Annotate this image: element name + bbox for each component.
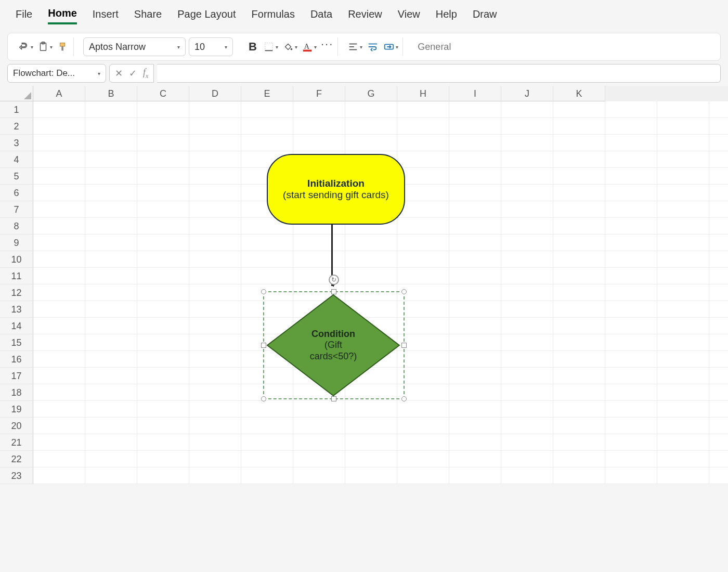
col-header[interactable]: A — [33, 86, 85, 101]
fx-icon[interactable]: fx — [143, 67, 148, 80]
col-header[interactable]: K — [553, 86, 605, 101]
col-header[interactable]: D — [189, 86, 241, 101]
undo-button[interactable]: ▾ — [18, 40, 33, 54]
row-header[interactable]: 3 — [0, 135, 33, 151]
row-header[interactable]: 18 — [0, 384, 33, 401]
chevron-down-icon: ▾ — [314, 44, 317, 50]
flowchart-decision-shape[interactable]: Condition (Gift cards<50?) — [266, 294, 400, 397]
decision-title: Condition — [311, 329, 355, 340]
decision-body-line1: (Gift — [324, 340, 342, 350]
row-header[interactable]: 9 — [0, 235, 33, 251]
cancel-formula-button[interactable]: ✕ — [115, 68, 123, 79]
row-header[interactable]: 19 — [0, 401, 33, 418]
row-header[interactable]: 11 — [0, 268, 33, 284]
row-header[interactable]: 23 — [0, 467, 33, 484]
font-name-value: Aptos Narrow — [89, 42, 172, 53]
format-painter-icon — [57, 41, 69, 53]
row-header[interactable]: 8 — [0, 218, 33, 235]
formula-controls: ✕ ✓ fx — [109, 64, 154, 83]
col-header[interactable]: F — [293, 86, 345, 101]
col-header[interactable]: C — [137, 86, 189, 101]
align-button[interactable]: ▾ — [347, 40, 362, 54]
fill-color-icon — [282, 41, 294, 53]
wrap-text-button[interactable] — [367, 40, 379, 54]
merge-button[interactable]: ▾ — [383, 40, 398, 54]
merge-icon — [383, 41, 395, 53]
resize-handle[interactable] — [401, 289, 407, 294]
formula-bar-input[interactable] — [157, 64, 721, 83]
chevron-down-icon: ▾ — [295, 44, 297, 50]
tab-share[interactable]: Share — [134, 8, 162, 23]
row-header[interactable]: 17 — [0, 368, 33, 384]
row-header[interactable]: 6 — [0, 185, 33, 201]
accept-formula-button[interactable]: ✓ — [129, 68, 137, 79]
tab-file[interactable]: File — [16, 8, 32, 23]
tab-help[interactable]: Help — [436, 8, 457, 23]
tab-insert[interactable]: Insert — [93, 8, 119, 23]
row-header[interactable]: 4 — [0, 151, 33, 168]
svg-text:A: A — [304, 42, 310, 50]
format-painter-button[interactable] — [57, 40, 69, 54]
fill-color-button[interactable]: ▾ — [282, 40, 297, 54]
tab-formulas[interactable]: Formulas — [252, 8, 295, 23]
resize-handle[interactable] — [401, 343, 407, 348]
row-header[interactable]: 15 — [0, 334, 33, 351]
clipboard-button[interactable]: ▾ — [37, 40, 53, 54]
clipboard-icon — [37, 41, 49, 53]
col-header[interactable]: H — [397, 86, 449, 101]
name-box-value: Flowchart: De... — [13, 68, 75, 79]
terminator-subtitle: (start sending gift cards) — [283, 189, 389, 201]
resize-handle[interactable] — [261, 343, 266, 348]
svg-rect-3 — [61, 46, 63, 50]
row-header[interactable]: 22 — [0, 451, 33, 467]
tab-review[interactable]: Review — [348, 8, 382, 23]
font-name-select[interactable]: Aptos Narrow ▾ — [83, 37, 186, 56]
col-header[interactable]: J — [501, 86, 553, 101]
col-header[interactable]: E — [241, 86, 293, 101]
worksheet-grid[interactable]: A B C D E F G H I J K 1 2 3 4 5 6 7 8 9 … — [0, 86, 728, 484]
tab-view[interactable]: View — [398, 8, 420, 23]
resize-handle[interactable] — [401, 396, 407, 401]
resize-handle[interactable] — [261, 289, 266, 294]
row-header[interactable]: 12 — [0, 284, 33, 301]
row-header[interactable]: 1 — [0, 101, 33, 118]
ribbon-tabs: File Home Insert Share Page Layout Formu… — [0, 0, 728, 30]
row-header[interactable]: 16 — [0, 351, 33, 368]
font-size-select[interactable]: 10 ▾ — [189, 37, 233, 56]
row-header[interactable]: 14 — [0, 318, 33, 334]
svg-rect-2 — [60, 43, 65, 46]
col-header[interactable]: G — [345, 86, 397, 101]
more-font-options-button[interactable]: ··· — [321, 37, 333, 51]
chevron-down-icon: ▾ — [225, 44, 227, 50]
row-header[interactable]: 10 — [0, 251, 33, 268]
row-header[interactable]: 20 — [0, 418, 33, 434]
name-box[interactable]: Flowchart: De... ▾ — [7, 64, 106, 83]
row-header[interactable]: 5 — [0, 168, 33, 185]
rotate-handle[interactable]: ↻ — [329, 275, 339, 285]
resize-handle[interactable] — [331, 396, 336, 401]
tab-data[interactable]: Data — [310, 8, 332, 23]
row-header[interactable]: 13 — [0, 301, 33, 318]
font-size-value: 10 — [194, 42, 219, 53]
tab-draw[interactable]: Draw — [473, 8, 497, 23]
svg-point-6 — [291, 48, 293, 50]
font-color-icon: A — [302, 41, 313, 53]
resize-handle[interactable] — [261, 396, 266, 401]
col-header[interactable]: B — [85, 86, 137, 101]
bold-button[interactable]: B — [246, 40, 259, 54]
borders-button[interactable]: ▾ — [263, 40, 278, 54]
tab-page-layout[interactable]: Page Layout — [177, 8, 236, 23]
number-format-select[interactable]: General — [412, 42, 456, 53]
chevron-down-icon: ▾ — [276, 44, 278, 50]
select-all-corner[interactable] — [0, 86, 33, 101]
row-header[interactable]: 21 — [0, 434, 33, 451]
col-header[interactable]: I — [449, 86, 501, 101]
borders-icon — [263, 41, 275, 53]
cells-canvas[interactable]: Initialization (start sending gift cards… — [33, 101, 728, 484]
terminator-title: Initialization — [307, 178, 365, 189]
row-header[interactable]: 2 — [0, 118, 33, 135]
font-color-button[interactable]: A ▾ — [302, 40, 317, 54]
tab-home[interactable]: Home — [48, 7, 77, 24]
row-header[interactable]: 7 — [0, 201, 33, 218]
flowchart-terminator-shape[interactable]: Initialization (start sending gift cards… — [267, 154, 405, 225]
